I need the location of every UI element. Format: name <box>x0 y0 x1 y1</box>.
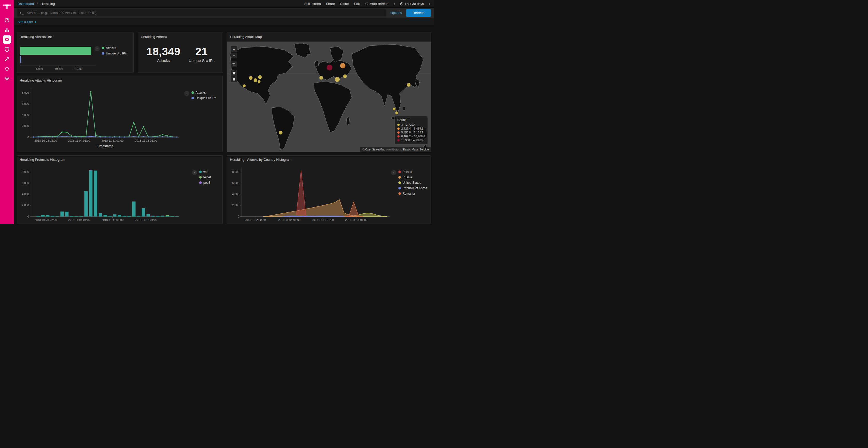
attacks-histogram-chart[interactable]: 02,0004,0006,0008,0002018-10-28 02:00201… <box>18 84 183 152</box>
legend-collapse-button[interactable]: › <box>192 170 197 175</box>
app-sidebar <box>0 0 14 224</box>
legend-collapse-button[interactable]: › <box>95 46 100 51</box>
svg-text:2018-11-11 01:00: 2018-11-11 01:00 <box>101 218 123 221</box>
svg-text:2018-11-11 01:00: 2018-11-11 01:00 <box>101 139 123 142</box>
legend-dot <box>191 97 194 99</box>
country-histogram-legend: › Poland Russia United States Republic o… <box>391 170 430 197</box>
legend-item-telnet[interactable]: telnet <box>199 175 211 179</box>
edit-button[interactable]: Edit <box>354 2 360 6</box>
attacks-bar-chart[interactable]: 5,00010,00015,000 <box>18 43 99 73</box>
legend-dot <box>397 139 400 141</box>
fit-data-bounds-button[interactable] <box>231 61 237 67</box>
map-count-legend: Count 3 – 2,729.4 2,729.4 – 5,455.8 5,45… <box>395 116 428 144</box>
svg-text:10,000: 10,000 <box>55 67 63 70</box>
legend-item-vnc[interactable]: vnc <box>199 170 211 174</box>
panel-title: Heralding Attack Map <box>227 33 431 41</box>
legend-item-romania[interactable]: Romania <box>398 192 427 195</box>
auto-refresh-button[interactable]: Auto-refresh <box>365 2 389 6</box>
panel-heralding-attacks-metric: Heralding Attacks 18,349 Attacks 21 Uniq… <box>138 33 223 73</box>
breadcrumb: Dashboard / Heralding <box>18 2 55 6</box>
legend-item-unique-src-ips[interactable]: Unique Src IPs <box>191 96 216 100</box>
telekom-logo[interactable] <box>0 0 14 15</box>
svg-text:Timestamp: Timestamp <box>97 223 113 224</box>
search-input[interactable] <box>26 10 383 15</box>
add-filter-link[interactable]: Add a filter <box>18 20 33 24</box>
legend-dot <box>102 47 104 49</box>
rectangle-icon <box>232 77 236 81</box>
sidebar-item-settings[interactable] <box>0 74 14 83</box>
protocols-histogram-chart[interactable]: 02,0004,0006,0008,0002018-10-28 02:00201… <box>18 164 183 224</box>
sidebar-item-gauge[interactable] <box>0 15 14 25</box>
legend-collapse-button[interactable]: › <box>391 170 396 175</box>
sidebar-item-visualize[interactable] <box>0 25 14 35</box>
share-button[interactable]: Share <box>326 2 335 6</box>
openstreetmap-link[interactable]: OpenStreetMap <box>365 148 385 151</box>
legend-item-pop3[interactable]: pop3 <box>199 181 211 184</box>
legend-item-unique-src-ips[interactable]: Unique Src IPs <box>102 51 127 55</box>
panel-title: Heralding Protocols Histogram <box>17 156 222 164</box>
legend-dot <box>199 171 202 173</box>
crop-icon <box>232 63 236 66</box>
sidebar-item-kibana-dashboard[interactable] <box>0 35 14 44</box>
legend-item-republic-of-korea[interactable]: Republic of Korea <box>398 186 427 190</box>
zoom-out-button[interactable]: − <box>231 53 237 59</box>
panel-title: Heralding Attacks Bar <box>17 33 133 41</box>
top-navbar: Dashboard / Heralding Full screen Share … <box>14 0 434 8</box>
map-legend-row: 3 – 2,729.4 <box>397 123 425 126</box>
time-back-button[interactable]: ‹ <box>394 2 395 6</box>
options-link[interactable]: Options <box>390 11 402 15</box>
legend-dot <box>397 124 400 126</box>
panel-heralding-attacks-by-country: Heralding - Attacks by Country Histogram… <box>227 156 431 224</box>
breadcrumb-current: Heralding <box>40 2 55 6</box>
rectangle-filter-button[interactable] <box>231 76 237 82</box>
legend-item-united-states[interactable]: United States <box>398 181 427 184</box>
country-histogram-chart[interactable]: 02,0004,0006,0008,0002018-10-28 02:00201… <box>228 164 394 224</box>
refresh-arrow-icon <box>365 2 369 6</box>
legend-item-russia[interactable]: Russia <box>398 175 427 179</box>
svg-text:Timestamp: Timestamp <box>307 223 323 224</box>
world-attack-map[interactable]: + − Count 3 <box>227 41 431 152</box>
breadcrumb-dashboard-link[interactable]: Dashboard <box>18 2 34 6</box>
time-picker-button[interactable]: Last 30 days <box>400 2 424 6</box>
polygon-filter-button[interactable] <box>231 70 237 76</box>
svg-text:2018-11-18 01:00: 2018-11-18 01:00 <box>135 218 157 221</box>
legend-collapse-button[interactable]: › <box>184 91 189 96</box>
telekom-t-icon <box>3 3 11 10</box>
attacks-bar-legend: › Attacks Unique Src IPs <box>95 46 127 57</box>
svg-text:2,000: 2,000 <box>232 204 239 207</box>
svg-text:0: 0 <box>238 215 239 218</box>
gauge-icon <box>4 17 9 23</box>
legend-dot <box>102 52 104 55</box>
sidebar-item-security[interactable] <box>0 44 14 54</box>
svg-text:2018-11-18 01:00: 2018-11-18 01:00 <box>135 139 157 142</box>
legend-dot <box>397 131 400 134</box>
full-screen-button[interactable]: Full screen <box>304 2 321 6</box>
attribution-text: contributors, <box>386 148 402 151</box>
svg-text:8,000: 8,000 <box>22 91 29 94</box>
sidebar-item-tools[interactable] <box>0 54 14 64</box>
legend-item-attacks[interactable]: Attacks <box>191 91 216 95</box>
legend-label: Republic of Korea <box>402 186 427 190</box>
protocols-histogram-legend: › vnc telnet pop3 <box>192 170 220 186</box>
svg-text:2018-11-11 01:00: 2018-11-11 01:00 <box>312 218 334 221</box>
legend-item-poland[interactable]: Poland <box>398 170 427 174</box>
svg-text:2018-11-04 01:00: 2018-11-04 01:00 <box>68 139 90 142</box>
zoom-in-button[interactable]: + <box>231 46 237 53</box>
time-forward-button[interactable]: › <box>429 2 430 6</box>
add-filter-plus-icon[interactable]: + <box>35 20 37 24</box>
refresh-button[interactable]: Refresh <box>406 9 431 17</box>
legend-label: Romania <box>402 192 415 195</box>
metric-value: 18,349 <box>147 45 180 58</box>
search-box[interactable]: >_ <box>17 9 386 17</box>
legend-item-attacks[interactable]: Attacks <box>102 46 127 50</box>
shield-icon <box>4 47 9 52</box>
clone-button[interactable]: Clone <box>340 2 349 6</box>
svg-text:0: 0 <box>27 136 29 139</box>
metric-unique-src-ips: 21 Unique Src IPs <box>189 45 214 63</box>
map-controls: + − <box>231 46 237 82</box>
legend-dot <box>398 176 401 179</box>
panel-title: Heralding Attacks Histogram <box>17 76 222 84</box>
legend-dot <box>191 91 194 94</box>
sidebar-item-health[interactable] <box>0 64 14 74</box>
elastic-maps-service-link[interactable]: Elastic Maps Service <box>402 148 429 151</box>
